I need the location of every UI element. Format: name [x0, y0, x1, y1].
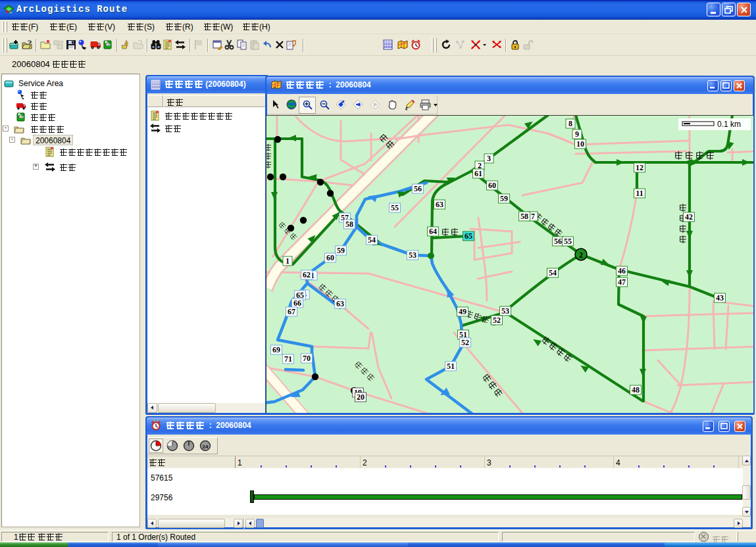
- svg-text:43: 43: [716, 293, 724, 302]
- svg-text:66: 66: [293, 298, 301, 308]
- svg-text:56: 56: [414, 184, 422, 193]
- svg-text:8: 8: [568, 119, 572, 128]
- svg-text:67: 67: [288, 307, 295, 316]
- svg-text:53: 53: [409, 250, 416, 260]
- svg-text:52: 52: [461, 338, 469, 347]
- svg-text:51: 51: [447, 362, 455, 371]
- svg-text:55: 55: [564, 237, 572, 246]
- svg-text:53: 53: [501, 306, 509, 316]
- svg-text:48: 48: [632, 385, 640, 394]
- svg-text:49: 49: [459, 307, 466, 316]
- svg-text:2: 2: [579, 250, 583, 260]
- svg-text:56: 56: [554, 237, 562, 246]
- svg-text:61: 61: [474, 169, 482, 178]
- svg-text:58: 58: [520, 212, 528, 221]
- svg-text:63: 63: [436, 200, 443, 209]
- svg-text:1: 1: [286, 256, 290, 266]
- svg-text:69: 69: [272, 345, 280, 354]
- svg-text:63: 63: [336, 299, 344, 308]
- svg-text:62: 62: [303, 270, 311, 279]
- svg-text:70: 70: [303, 354, 311, 363]
- svg-text:3: 3: [487, 154, 491, 163]
- svg-text:9: 9: [575, 130, 579, 139]
- svg-text:60: 60: [488, 181, 496, 190]
- svg-text:47: 47: [618, 277, 626, 287]
- svg-text:71: 71: [284, 354, 292, 364]
- svg-text:59: 59: [500, 194, 508, 203]
- svg-text:65: 65: [465, 231, 472, 241]
- svg-text:52: 52: [493, 316, 501, 325]
- svg-text:54: 54: [368, 235, 376, 245]
- svg-text:0.1 km: 0.1 km: [717, 120, 741, 129]
- svg-text:11: 11: [636, 189, 643, 198]
- svg-text:60: 60: [326, 253, 334, 262]
- svg-text:10: 10: [576, 139, 584, 149]
- svg-text:7: 7: [531, 212, 535, 221]
- svg-text:55: 55: [391, 203, 399, 212]
- svg-text:46: 46: [618, 266, 626, 275]
- svg-text:54: 54: [549, 268, 557, 277]
- svg-text:20: 20: [357, 392, 365, 402]
- svg-text:12: 12: [636, 163, 643, 172]
- svg-text:64: 64: [429, 227, 437, 236]
- svg-text:59: 59: [337, 246, 345, 255]
- svg-text:42: 42: [685, 212, 693, 222]
- svg-text:24: 24: [203, 444, 209, 450]
- svg-text:58: 58: [345, 220, 353, 229]
